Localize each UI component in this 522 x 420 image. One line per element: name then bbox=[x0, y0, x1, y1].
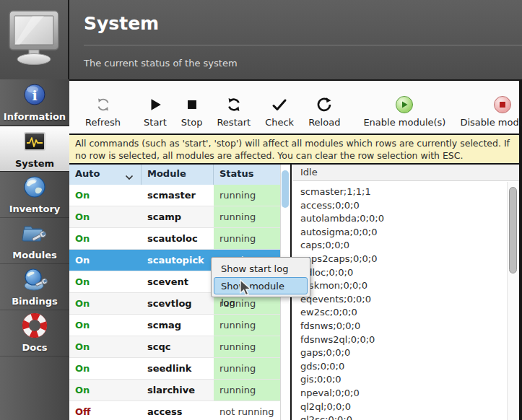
restart-button[interactable]: Restart bbox=[209, 85, 258, 131]
module-cell[interactable]: scqc bbox=[142, 336, 214, 357]
table-row[interactable]: Onscamprunning bbox=[69, 206, 290, 228]
auto-cell[interactable]: On bbox=[69, 206, 142, 227]
table-header-row: Auto Module Status bbox=[69, 165, 290, 185]
refresh-button[interactable]: Refresh bbox=[78, 85, 128, 131]
status-line: caps;0;0;0 bbox=[300, 239, 519, 253]
sidebar-item-inventory[interactable]: Inventory bbox=[0, 172, 69, 218]
auto-cell[interactable]: On bbox=[69, 271, 142, 292]
globe-wrench-icon bbox=[22, 267, 48, 294]
app-window: { "header": { "title": "System", "subtit… bbox=[0, 0, 522, 420]
column-header-auto[interactable]: Auto bbox=[69, 165, 142, 185]
folder-wrench-icon bbox=[22, 221, 48, 248]
sidebar-item-label: System bbox=[15, 158, 54, 169]
table-row[interactable]: Onscmasterrunning bbox=[69, 185, 290, 206]
system-monitor-icon bbox=[22, 129, 47, 157]
auto-cell[interactable]: On bbox=[69, 293, 142, 314]
auto-cell[interactable]: On bbox=[69, 228, 142, 249]
module-cell[interactable]: scmag bbox=[142, 315, 214, 336]
sidebar-item-bindings[interactable]: Bindings bbox=[0, 264, 69, 310]
auto-cell[interactable]: On bbox=[69, 358, 142, 379]
status-cell[interactable]: running bbox=[214, 315, 280, 336]
sidebar-item-docs[interactable]: Docs bbox=[0, 310, 69, 356]
sidebar-item-label: Information bbox=[4, 111, 66, 122]
sidebar-item-modules[interactable]: Modules bbox=[0, 218, 69, 264]
sidebar-item-system[interactable]: System bbox=[0, 126, 69, 172]
column-header-status[interactable]: Status bbox=[214, 165, 280, 185]
status-cell[interactable]: running bbox=[214, 185, 280, 206]
status-cell[interactable]: running bbox=[214, 336, 280, 357]
toolbar-button-label: Start bbox=[144, 117, 167, 128]
module-cell[interactable]: access bbox=[142, 401, 214, 420]
status-cell[interactable]: running bbox=[214, 380, 280, 401]
status-cell[interactable]: running bbox=[214, 358, 280, 379]
table-row[interactable]: Onscqcrunning bbox=[69, 336, 290, 358]
stop-icon bbox=[184, 95, 200, 114]
module-cell[interactable]: scautopick bbox=[142, 250, 214, 271]
toolbar-button-label: Refresh bbox=[85, 117, 121, 128]
menu-item-show-start-log[interactable]: Show start log bbox=[214, 260, 308, 277]
status-line: fdsnws2ql;0;0;0 bbox=[300, 333, 519, 347]
auto-cell[interactable]: On bbox=[69, 185, 142, 206]
table-row[interactable]: Onslarchiverunning bbox=[69, 380, 290, 401]
reload-button[interactable]: Reload bbox=[301, 85, 347, 131]
reload-icon bbox=[316, 95, 333, 114]
status-cell[interactable]: running bbox=[214, 206, 280, 227]
status-line: autosigma;0;0;0 bbox=[300, 226, 519, 240]
table-row[interactable]: Onscautolocrunning bbox=[69, 228, 290, 250]
status-cell[interactable]: not running bbox=[214, 401, 280, 420]
check-icon bbox=[271, 95, 288, 114]
disable-modules-button[interactable]: Disable module(s) bbox=[453, 85, 522, 131]
panel-vertical-scrollbar[interactable] bbox=[507, 182, 518, 420]
status-line: gaps;0;0;0 bbox=[300, 346, 519, 360]
check-button[interactable]: Check bbox=[258, 85, 301, 131]
sidebar-item-label: Inventory bbox=[9, 204, 61, 214]
module-cell[interactable]: seedlink bbox=[142, 358, 214, 379]
enable-play-icon bbox=[396, 95, 413, 114]
enable-modules-button[interactable]: Enable module(s) bbox=[356, 85, 453, 131]
info-icon: i bbox=[22, 82, 47, 110]
scrollbar-thumb[interactable] bbox=[282, 170, 289, 208]
module-cell[interactable]: scevent bbox=[142, 271, 214, 292]
table-row[interactable]: Offaccessnot running bbox=[69, 401, 290, 420]
toolbar-button-label: Stop bbox=[181, 117, 203, 128]
page-subtitle: The current status of the system bbox=[84, 58, 238, 69]
toolbar-button-label: Reload bbox=[308, 117, 340, 128]
module-cell[interactable]: scautoloc bbox=[142, 228, 214, 249]
status-list: scmaster;1;1;1access;0;0;0autolambda;0;0… bbox=[293, 181, 519, 420]
toolbar-button-label: Check bbox=[265, 117, 294, 128]
table-row[interactable]: Onscmagrunning bbox=[69, 315, 290, 336]
auto-cell[interactable]: On bbox=[69, 380, 142, 401]
sidebar-item-information[interactable]: i Information bbox=[0, 79, 69, 126]
restart-icon bbox=[225, 95, 243, 114]
stop-button[interactable]: Stop bbox=[174, 85, 210, 131]
status-panel-title: Idle bbox=[293, 165, 519, 181]
status-line: fdsnws;0;0;0 bbox=[300, 320, 519, 333]
auto-cell[interactable]: On bbox=[69, 250, 142, 271]
table-body: OnscmasterrunningOnscamprunningOnscautol… bbox=[69, 185, 290, 420]
status-line: ql2sc;0;0;0 bbox=[300, 414, 519, 420]
menu-item-show-module-log[interactable]: Show module log bbox=[214, 277, 308, 294]
module-cell[interactable]: slarchive bbox=[142, 380, 214, 401]
status-line: ddloc;0;0;0 bbox=[300, 266, 519, 280]
module-cell[interactable]: scamp bbox=[142, 206, 214, 227]
table-row[interactable]: Onseedlinkrunning bbox=[69, 358, 290, 380]
auto-cell[interactable]: Off bbox=[69, 401, 142, 420]
auto-cell[interactable]: On bbox=[69, 336, 142, 357]
scrollbar-thumb[interactable] bbox=[509, 187, 517, 274]
status-line: gds;0;0;0 bbox=[300, 360, 519, 374]
sidebar-item-label: Bindings bbox=[12, 296, 58, 307]
play-icon bbox=[147, 95, 163, 114]
svg-text:i: i bbox=[32, 87, 37, 103]
sort-chevron-down-icon bbox=[125, 172, 134, 183]
status-cell[interactable]: running bbox=[214, 228, 280, 249]
module-cell[interactable]: scevtlog bbox=[142, 293, 214, 314]
auto-cell[interactable]: On bbox=[69, 315, 142, 336]
toolbar-button-label: Disable module(s) bbox=[460, 117, 522, 128]
status-line: ew2sc;0;0;0 bbox=[300, 306, 519, 320]
status-line: npeval;0;0;0 bbox=[300, 387, 519, 401]
start-button[interactable]: Start bbox=[136, 85, 174, 131]
sidebar: i Information System bbox=[0, 79, 69, 420]
column-header-module[interactable]: Module bbox=[142, 165, 214, 185]
context-menu: Show start log Show module log bbox=[211, 257, 310, 297]
module-cell[interactable]: scmaster bbox=[142, 185, 214, 206]
